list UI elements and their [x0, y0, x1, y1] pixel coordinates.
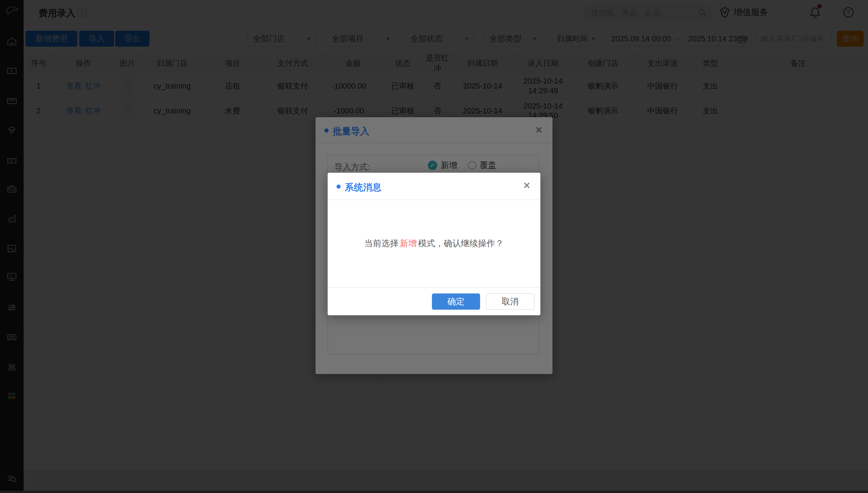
confirm-button[interactable]: 确定	[432, 294, 480, 310]
title-dot-icon	[336, 185, 340, 189]
system-message-modal: 系统消息 × 当前选择 新增 模式，确认继续操作？ 确定 取消	[328, 173, 540, 315]
modal-title: 系统消息	[345, 181, 381, 194]
message-text: 当前选择 新增 模式，确认继续操作？	[328, 200, 540, 287]
window-bottom-edge	[0, 491, 868, 493]
cancel-button[interactable]: 取消	[486, 294, 534, 310]
highlighted-mode: 新增	[400, 238, 417, 250]
modal-footer: 确定 取消	[328, 287, 540, 315]
modal-header: 系统消息 ×	[328, 173, 540, 200]
close-icon[interactable]: ×	[520, 179, 533, 192]
